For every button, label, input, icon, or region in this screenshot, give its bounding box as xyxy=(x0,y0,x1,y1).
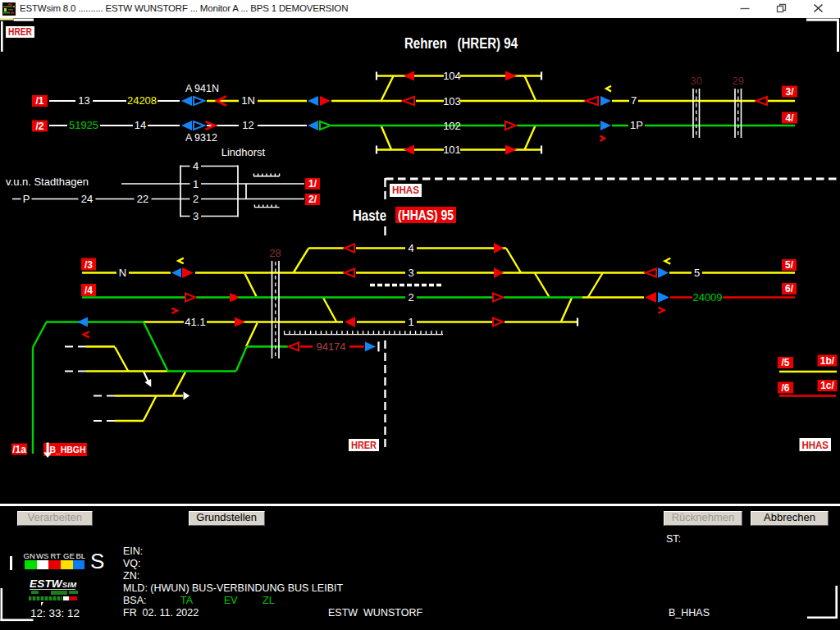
svg-text:/5: /5 xyxy=(781,357,789,368)
svg-text:HRER: HRER xyxy=(8,26,32,38)
svg-text:5/: 5/ xyxy=(785,259,794,271)
svg-text:24: 24 xyxy=(81,193,93,205)
svg-text:3/: 3/ xyxy=(785,86,794,98)
svg-text:v.u.n. Stadthagen: v.u.n. Stadthagen xyxy=(6,176,89,188)
svg-text:24009: 24009 xyxy=(692,291,722,304)
svg-text:HHAS: HHAS xyxy=(802,440,829,451)
svg-text:B_HBGH: B_HBGH xyxy=(50,444,86,455)
svg-text:3: 3 xyxy=(193,210,199,222)
svg-text:104: 104 xyxy=(443,70,461,82)
svg-text:/1: /1 xyxy=(35,95,43,107)
svg-text:12: 12 xyxy=(242,119,253,131)
svg-text:Haste: Haste xyxy=(353,207,386,224)
svg-text:/4: /4 xyxy=(84,285,93,296)
svg-text:/3: /3 xyxy=(84,259,93,271)
svg-text:13: 13 xyxy=(78,94,89,107)
svg-text:2: 2 xyxy=(408,291,413,304)
svg-text:/2: /2 xyxy=(35,121,43,132)
svg-text:1: 1 xyxy=(408,316,413,328)
svg-text:HRER: HRER xyxy=(351,440,377,451)
svg-text:24208: 24208 xyxy=(127,94,157,107)
svg-text:P: P xyxy=(23,193,30,205)
svg-text:1/: 1/ xyxy=(308,178,317,189)
svg-text:1P: 1P xyxy=(630,119,643,131)
svg-text:Rehren (HRER) 94: Rehren (HRER) 94 xyxy=(404,34,518,52)
svg-text:(HHAS) 95: (HHAS) 95 xyxy=(398,208,454,223)
svg-text:28: 28 xyxy=(269,247,281,259)
svg-text:5: 5 xyxy=(694,267,700,279)
svg-text:2: 2 xyxy=(193,193,199,205)
svg-text:/6: /6 xyxy=(781,382,789,394)
svg-text:41.1: 41.1 xyxy=(185,316,205,328)
svg-text:/1a: /1a xyxy=(12,444,26,455)
svg-text:101: 101 xyxy=(443,144,461,156)
svg-text:1b/: 1b/ xyxy=(820,355,835,367)
svg-text:30: 30 xyxy=(690,75,701,87)
svg-text:A 9312: A 9312 xyxy=(185,132,217,144)
svg-text:HHAS: HHAS xyxy=(392,185,419,196)
svg-text:4: 4 xyxy=(193,160,199,172)
svg-text:1: 1 xyxy=(193,178,199,190)
svg-text:N: N xyxy=(119,267,126,279)
svg-text:4: 4 xyxy=(408,242,413,254)
svg-text:7: 7 xyxy=(631,94,637,107)
svg-text:A 941N: A 941N xyxy=(185,83,219,94)
svg-text:4/: 4/ xyxy=(785,112,794,124)
svg-text:103: 103 xyxy=(443,95,461,107)
svg-text:1c/: 1c/ xyxy=(820,380,834,391)
svg-text:6/: 6/ xyxy=(785,283,794,294)
svg-text:3: 3 xyxy=(408,267,413,279)
svg-text:22: 22 xyxy=(137,193,148,205)
svg-text:29: 29 xyxy=(732,75,743,87)
svg-text:51925: 51925 xyxy=(69,119,98,131)
svg-text:1N: 1N xyxy=(241,94,255,107)
svg-text:14: 14 xyxy=(135,119,146,131)
svg-text:102: 102 xyxy=(443,120,461,132)
svg-text:2/: 2/ xyxy=(308,194,317,205)
svg-text:Lindhorst: Lindhorst xyxy=(221,146,266,158)
svg-text:94174: 94174 xyxy=(316,340,345,353)
